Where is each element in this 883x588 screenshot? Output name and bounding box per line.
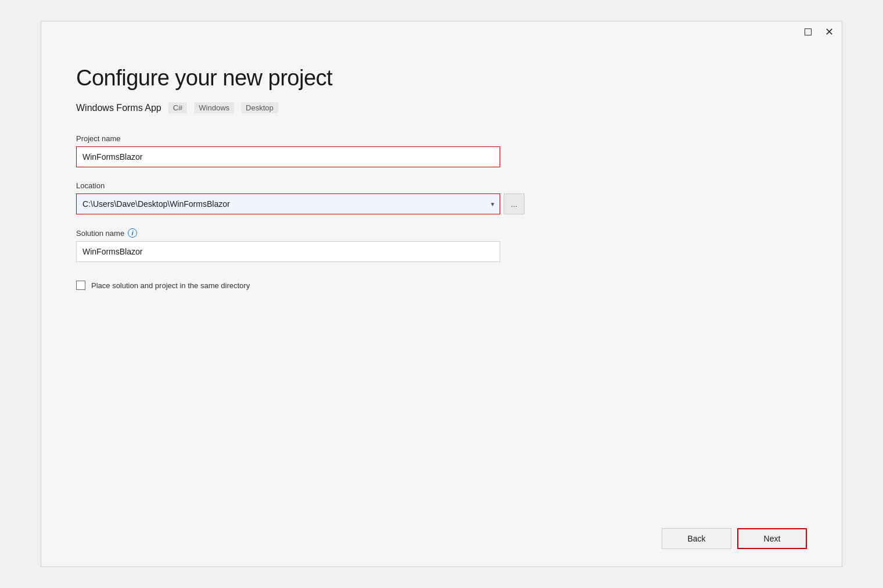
same-directory-label: Place solution and project in the same d… <box>91 281 250 290</box>
page-title: Configure your new project <box>76 66 807 91</box>
app-type-label: Windows Forms App <box>76 103 161 113</box>
location-label: Location <box>76 181 807 190</box>
location-input[interactable]: C:\Users\Dave\Desktop\WinFormsBlazor <box>76 193 500 214</box>
maximize-button[interactable] <box>802 26 814 38</box>
content-area: Configure your new project Windows Forms… <box>41 42 842 519</box>
solution-name-input[interactable] <box>76 241 500 262</box>
title-bar: ✕ <box>41 21 842 42</box>
solution-name-section: Solution name i <box>76 228 807 262</box>
location-row: C:\Users\Dave\Desktop\WinFormsBlazor ▼ .… <box>76 193 807 214</box>
footer: Back Next <box>41 519 842 567</box>
browse-button[interactable]: ... <box>504 193 525 214</box>
title-bar-controls: ✕ <box>802 26 835 38</box>
subtitle-row: Windows Forms App C# Windows Desktop <box>76 102 807 113</box>
close-icon: ✕ <box>825 26 834 38</box>
back-button[interactable]: Back <box>662 528 731 549</box>
same-directory-row: Place solution and project in the same d… <box>76 281 807 290</box>
project-name-input[interactable] <box>76 146 500 167</box>
same-directory-checkbox[interactable] <box>76 281 85 290</box>
location-section: Location C:\Users\Dave\Desktop\WinFormsB… <box>76 181 807 214</box>
project-name-label: Project name <box>76 134 807 143</box>
main-window: ✕ Configure your new project Windows For… <box>41 21 842 567</box>
badge-desktop: Desktop <box>241 102 278 113</box>
solution-name-info-icon[interactable]: i <box>128 228 137 238</box>
solution-name-label: Solution name i <box>76 228 807 238</box>
badge-csharp: C# <box>168 102 188 113</box>
badge-windows: Windows <box>194 102 234 113</box>
maximize-icon <box>805 28 812 35</box>
project-name-section: Project name <box>76 134 807 167</box>
close-button[interactable]: ✕ <box>823 26 835 38</box>
next-button[interactable]: Next <box>737 528 807 549</box>
location-input-wrapper: C:\Users\Dave\Desktop\WinFormsBlazor ▼ <box>76 193 500 214</box>
